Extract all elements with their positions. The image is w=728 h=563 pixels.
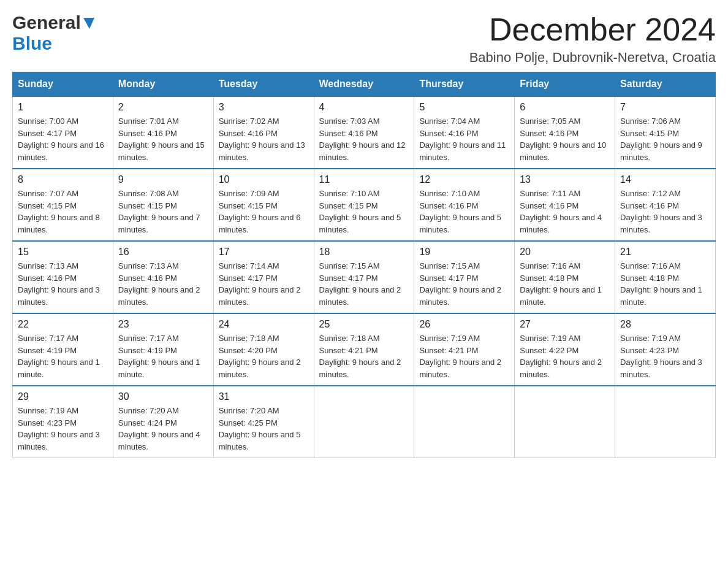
- day-info: Sunrise: 7:16 AMSunset: 4:18 PMDaylight:…: [620, 260, 710, 308]
- day-info: Sunrise: 7:14 AMSunset: 4:17 PMDaylight:…: [219, 260, 309, 308]
- table-row: 20Sunrise: 7:16 AMSunset: 4:18 PMDayligh…: [515, 241, 615, 313]
- table-row: 17Sunrise: 7:14 AMSunset: 4:17 PMDayligh…: [213, 241, 314, 313]
- table-row: 28Sunrise: 7:19 AMSunset: 4:23 PMDayligh…: [615, 313, 716, 386]
- table-row: 6Sunrise: 7:05 AMSunset: 4:16 PMDaylight…: [515, 96, 615, 169]
- day-number: 18: [319, 247, 409, 258]
- day-number: 6: [520, 102, 610, 113]
- day-number: 23: [118, 319, 208, 330]
- table-row: 14Sunrise: 7:12 AMSunset: 4:16 PMDayligh…: [615, 169, 716, 241]
- day-number: 29: [18, 391, 108, 402]
- day-info: Sunrise: 7:17 AMSunset: 4:19 PMDaylight:…: [18, 332, 108, 380]
- day-info: Sunrise: 7:15 AMSunset: 4:17 PMDaylight:…: [419, 260, 509, 308]
- calendar-table: Sunday Monday Tuesday Wednesday Thursday…: [12, 72, 716, 458]
- calendar-week-row: 8Sunrise: 7:07 AMSunset: 4:15 PMDaylight…: [13, 169, 716, 241]
- day-info: Sunrise: 7:19 AMSunset: 4:23 PMDaylight:…: [18, 405, 108, 453]
- day-info: Sunrise: 7:03 AMSunset: 4:16 PMDaylight:…: [319, 115, 409, 163]
- calendar-week-row: 1Sunrise: 7:00 AMSunset: 4:17 PMDaylight…: [13, 96, 716, 169]
- table-row: 12Sunrise: 7:10 AMSunset: 4:16 PMDayligh…: [414, 169, 515, 241]
- table-row: [515, 386, 615, 458]
- day-number: 4: [319, 102, 409, 113]
- day-info: Sunrise: 7:02 AMSunset: 4:16 PMDaylight:…: [219, 115, 309, 163]
- header-wednesday: Wednesday: [314, 72, 414, 97]
- day-number: 17: [219, 247, 309, 258]
- day-number: 26: [419, 319, 509, 330]
- day-info: Sunrise: 7:13 AMSunset: 4:16 PMDaylight:…: [18, 260, 108, 308]
- day-info: Sunrise: 7:00 AMSunset: 4:17 PMDaylight:…: [18, 115, 108, 163]
- day-info: Sunrise: 7:20 AMSunset: 4:24 PMDaylight:…: [118, 405, 208, 453]
- day-info: Sunrise: 7:10 AMSunset: 4:15 PMDaylight:…: [319, 188, 409, 236]
- table-row: 10Sunrise: 7:09 AMSunset: 4:15 PMDayligh…: [213, 169, 314, 241]
- day-number: 7: [620, 102, 710, 113]
- day-info: Sunrise: 7:11 AMSunset: 4:16 PMDaylight:…: [520, 188, 610, 236]
- svg-marker-0: [83, 18, 94, 29]
- day-info: Sunrise: 7:19 AMSunset: 4:21 PMDaylight:…: [419, 332, 509, 380]
- table-row: 3Sunrise: 7:02 AMSunset: 4:16 PMDaylight…: [213, 96, 314, 169]
- day-number: 13: [520, 174, 610, 185]
- table-row: 27Sunrise: 7:19 AMSunset: 4:22 PMDayligh…: [515, 313, 615, 386]
- day-number: 24: [219, 319, 309, 330]
- day-info: Sunrise: 7:19 AMSunset: 4:22 PMDaylight:…: [520, 332, 610, 380]
- table-row: [314, 386, 414, 458]
- table-row: 19Sunrise: 7:15 AMSunset: 4:17 PMDayligh…: [414, 241, 515, 313]
- table-row: 1Sunrise: 7:00 AMSunset: 4:17 PMDaylight…: [13, 96, 113, 169]
- day-info: Sunrise: 7:09 AMSunset: 4:15 PMDaylight:…: [219, 188, 309, 236]
- logo-general-text: General: [12, 12, 81, 33]
- day-info: Sunrise: 7:17 AMSunset: 4:19 PMDaylight:…: [118, 332, 208, 380]
- day-info: Sunrise: 7:07 AMSunset: 4:15 PMDaylight:…: [18, 188, 108, 236]
- header-sunday: Sunday: [13, 72, 113, 97]
- table-row: 24Sunrise: 7:18 AMSunset: 4:20 PMDayligh…: [213, 313, 314, 386]
- day-info: Sunrise: 7:16 AMSunset: 4:18 PMDaylight:…: [520, 260, 610, 308]
- day-info: Sunrise: 7:19 AMSunset: 4:23 PMDaylight:…: [620, 332, 710, 380]
- day-number: 10: [219, 174, 309, 185]
- table-row: 7Sunrise: 7:06 AMSunset: 4:15 PMDaylight…: [615, 96, 716, 169]
- day-number: 12: [419, 174, 509, 185]
- location-subtitle: Babino Polje, Dubrovnik-Neretva, Croatia: [469, 50, 716, 66]
- day-number: 3: [219, 102, 309, 113]
- day-info: Sunrise: 7:18 AMSunset: 4:20 PMDaylight:…: [219, 332, 309, 380]
- day-info: Sunrise: 7:12 AMSunset: 4:16 PMDaylight:…: [620, 188, 710, 236]
- day-info: Sunrise: 7:04 AMSunset: 4:16 PMDaylight:…: [419, 115, 509, 163]
- logo: General Blue: [12, 12, 96, 54]
- calendar-week-row: 15Sunrise: 7:13 AMSunset: 4:16 PMDayligh…: [13, 241, 716, 313]
- title-block: December 2024 Babino Polje, Dubrovnik-Ne…: [469, 12, 716, 66]
- day-number: 2: [118, 102, 208, 113]
- table-row: 21Sunrise: 7:16 AMSunset: 4:18 PMDayligh…: [615, 241, 716, 313]
- logo-blue-text: Blue: [12, 33, 52, 53]
- day-info: Sunrise: 7:08 AMSunset: 4:15 PMDaylight:…: [118, 188, 208, 236]
- table-row: 13Sunrise: 7:11 AMSunset: 4:16 PMDayligh…: [515, 169, 615, 241]
- month-year-title: December 2024: [469, 12, 716, 47]
- day-info: Sunrise: 7:13 AMSunset: 4:16 PMDaylight:…: [118, 260, 208, 308]
- header-monday: Monday: [113, 72, 213, 97]
- day-number: 22: [18, 319, 108, 330]
- table-row: 4Sunrise: 7:03 AMSunset: 4:16 PMDaylight…: [314, 96, 414, 169]
- day-number: 20: [520, 247, 610, 258]
- day-number: 28: [620, 319, 710, 330]
- table-row: 5Sunrise: 7:04 AMSunset: 4:16 PMDaylight…: [414, 96, 515, 169]
- header-friday: Friday: [515, 72, 615, 97]
- day-number: 25: [319, 319, 409, 330]
- calendar-week-row: 22Sunrise: 7:17 AMSunset: 4:19 PMDayligh…: [13, 313, 716, 386]
- table-row: 15Sunrise: 7:13 AMSunset: 4:16 PMDayligh…: [13, 241, 113, 313]
- logo-flag-icon: [82, 17, 96, 30]
- table-row: 25Sunrise: 7:18 AMSunset: 4:21 PMDayligh…: [314, 313, 414, 386]
- table-row: 31Sunrise: 7:20 AMSunset: 4:25 PMDayligh…: [213, 386, 314, 458]
- day-number: 5: [419, 102, 509, 113]
- day-number: 27: [520, 319, 610, 330]
- day-info: Sunrise: 7:18 AMSunset: 4:21 PMDaylight:…: [319, 332, 409, 380]
- page-header: General Blue December 2024 Babino Polje,…: [12, 12, 716, 66]
- day-number: 1: [18, 102, 108, 113]
- day-info: Sunrise: 7:20 AMSunset: 4:25 PMDaylight:…: [219, 405, 309, 453]
- day-info: Sunrise: 7:15 AMSunset: 4:17 PMDaylight:…: [319, 260, 409, 308]
- table-row: 26Sunrise: 7:19 AMSunset: 4:21 PMDayligh…: [414, 313, 515, 386]
- table-row: 30Sunrise: 7:20 AMSunset: 4:24 PMDayligh…: [113, 386, 213, 458]
- table-row: [414, 386, 515, 458]
- day-number: 21: [620, 247, 710, 258]
- table-row: 11Sunrise: 7:10 AMSunset: 4:15 PMDayligh…: [314, 169, 414, 241]
- day-number: 15: [18, 247, 108, 258]
- table-row: 23Sunrise: 7:17 AMSunset: 4:19 PMDayligh…: [113, 313, 213, 386]
- day-number: 31: [219, 391, 309, 402]
- day-number: 19: [419, 247, 509, 258]
- table-row: [615, 386, 716, 458]
- table-row: 8Sunrise: 7:07 AMSunset: 4:15 PMDaylight…: [13, 169, 113, 241]
- calendar-header-row: Sunday Monday Tuesday Wednesday Thursday…: [13, 72, 716, 97]
